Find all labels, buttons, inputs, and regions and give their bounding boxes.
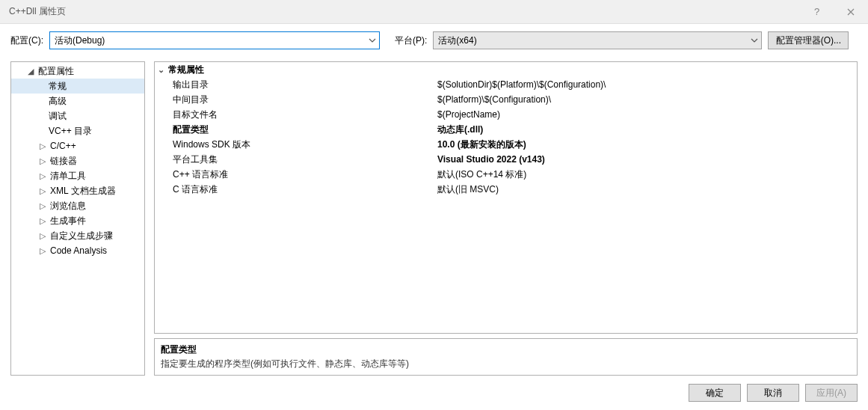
- title-bar: C++Dll 属性页 ?: [0, 0, 868, 24]
- prop-value: 动态库(.dll): [434, 123, 857, 136]
- prop-label: 输出目录: [155, 79, 434, 91]
- dialog-footer: 确定 取消 应用(A): [0, 376, 868, 410]
- prop-value: 默认(旧 MSVC): [434, 183, 857, 196]
- sidebar-item-vcdirs[interactable]: VC++ 目录: [11, 123, 144, 138]
- prop-value: $(Platform)\$(Configuration)\: [434, 94, 857, 105]
- description-panel: 配置类型 指定要生成的程序类型(例如可执行文件、静态库、动态库等等): [154, 338, 858, 376]
- section-header[interactable]: ⌄ 常规属性: [155, 62, 857, 77]
- svg-text:?: ?: [814, 7, 819, 17]
- prop-label: Windows SDK 版本: [155, 138, 434, 151]
- tree-root[interactable]: ◢ 配置属性: [11, 64, 144, 79]
- body-area: ◢ 配置属性 常规 高级 调试 VC++ 目录 ▷ C/C++ ▷ 链接器 ▷ …: [0, 57, 868, 376]
- chevron-down-icon: [369, 38, 376, 43]
- ok-button[interactable]: 确定: [689, 384, 741, 402]
- sidebar-item-codeanalysis[interactable]: ▷ Code Analysis: [11, 243, 144, 258]
- prop-row-targetname[interactable]: 目标文件名 $(ProjectName): [155, 107, 857, 122]
- chevron-right-icon: ▷: [38, 246, 47, 256]
- chevron-right-icon: ▷: [38, 231, 47, 241]
- cancel-button[interactable]: 取消: [747, 384, 799, 402]
- prop-label: 目标文件名: [155, 108, 434, 121]
- config-value: 活动(Debug): [55, 34, 364, 47]
- main-area: ⌄ 常规属性 输出目录 $(SolutionDir)$(Platform)\$(…: [154, 61, 858, 376]
- chevron-right-icon: ▷: [38, 141, 47, 151]
- chevron-right-icon: ▷: [38, 156, 47, 166]
- section-title: 常规属性: [168, 64, 204, 76]
- prop-label: C++ 语言标准: [155, 168, 434, 181]
- sidebar-item-custombuild[interactable]: ▷ 自定义生成步骤: [11, 228, 144, 243]
- sidebar-item-debug[interactable]: 调试: [11, 108, 144, 123]
- prop-label: 平台工具集: [155, 153, 434, 166]
- description-text: 指定要生成的程序类型(例如可执行文件、静态库、动态库等等): [161, 358, 851, 370]
- prop-value: $(ProjectName): [434, 109, 857, 120]
- prop-row-intermediatedir[interactable]: 中间目录 $(Platform)\$(Configuration)\: [155, 92, 857, 107]
- window-title: C++Dll 属性页: [9, 5, 799, 18]
- prop-label: 中间目录: [155, 94, 434, 106]
- sidebar-item-advanced[interactable]: 高级: [11, 94, 144, 108]
- sidebar-item-general[interactable]: 常规: [11, 79, 144, 94]
- platform-label: 平台(P):: [395, 34, 427, 47]
- property-grid[interactable]: ⌄ 常规属性 输出目录 $(SolutionDir)$(Platform)\$(…: [154, 61, 858, 334]
- prop-row-toolset[interactable]: 平台工具集 Visual Studio 2022 (v143): [155, 152, 857, 167]
- prop-row-cppstd[interactable]: C++ 语言标准 默认(ISO C++14 标准): [155, 167, 857, 182]
- chevron-down-icon: ⌄: [158, 65, 168, 75]
- prop-row-outputdir[interactable]: 输出目录 $(SolutionDir)$(Platform)\$(Configu…: [155, 77, 857, 92]
- platform-value: 活动(x64): [438, 34, 746, 47]
- close-icon[interactable]: [834, 0, 868, 24]
- prop-value: 10.0 (最新安装的版本): [434, 138, 857, 151]
- sidebar-item-xmldocgen[interactable]: ▷ XML 文档生成器: [11, 183, 144, 198]
- chevron-right-icon: ▷: [38, 216, 47, 226]
- config-combobox[interactable]: 活动(Debug): [49, 31, 380, 49]
- sidebar-item-linker[interactable]: ▷ 链接器: [11, 153, 144, 168]
- sidebar-item-manifest[interactable]: ▷ 清单工具: [11, 168, 144, 183]
- description-title: 配置类型: [161, 343, 851, 356]
- prop-value: $(SolutionDir)$(Platform)\$(Configuratio…: [434, 79, 857, 90]
- config-manager-button[interactable]: 配置管理器(O)...: [768, 31, 849, 49]
- prop-label: 配置类型: [155, 123, 434, 136]
- chevron-down-icon: [751, 38, 758, 43]
- prop-value: 默认(ISO C++14 标准): [434, 168, 857, 181]
- tree-root-label: 配置属性: [38, 65, 74, 78]
- prop-row-configtype[interactable]: 配置类型 动态库(.dll): [155, 122, 857, 137]
- prop-label: C 语言标准: [155, 183, 434, 196]
- help-icon[interactable]: ?: [799, 0, 834, 24]
- chevron-right-icon: ▷: [38, 201, 47, 211]
- config-label: 配置(C):: [10, 34, 43, 47]
- platform-combobox[interactable]: 活动(x64): [433, 31, 762, 49]
- apply-button[interactable]: 应用(A): [805, 384, 858, 402]
- prop-value: Visual Studio 2022 (v143): [434, 154, 857, 165]
- sidebar-item-ccpp[interactable]: ▷ C/C++: [11, 138, 144, 153]
- chevron-right-icon: ▷: [38, 171, 47, 181]
- chevron-right-icon: ▷: [38, 186, 47, 196]
- prop-row-sdk[interactable]: Windows SDK 版本 10.0 (最新安装的版本): [155, 137, 857, 152]
- configuration-toolbar: 配置(C): 活动(Debug) 平台(P): 活动(x64) 配置管理器(O)…: [0, 24, 868, 57]
- prop-row-cstd[interactable]: C 语言标准 默认(旧 MSVC): [155, 182, 857, 197]
- sidebar-item-browseinfo[interactable]: ▷ 浏览信息: [11, 198, 144, 213]
- sidebar-item-buildevents[interactable]: ▷ 生成事件: [11, 213, 144, 228]
- sidebar-tree[interactable]: ◢ 配置属性 常规 高级 调试 VC++ 目录 ▷ C/C++ ▷ 链接器 ▷ …: [10, 61, 145, 376]
- chevron-down-icon: ◢: [26, 67, 35, 76]
